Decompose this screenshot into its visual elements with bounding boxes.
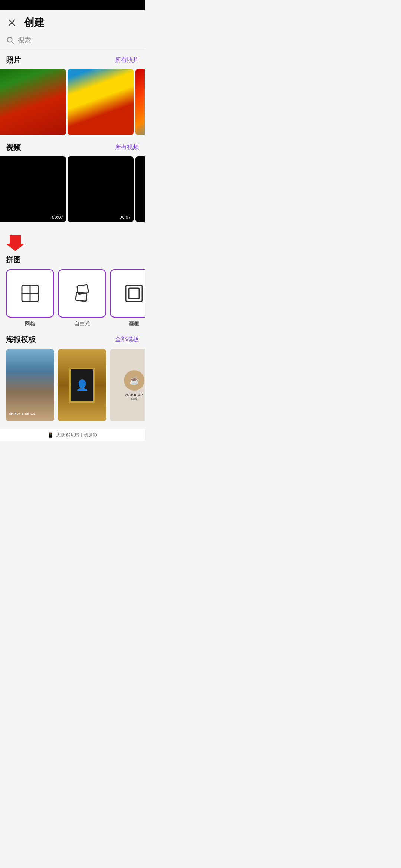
collage-free-label: 自由式 bbox=[74, 320, 90, 327]
video-duration: 00:07 bbox=[52, 215, 63, 220]
collage-frame-label: 画框 bbox=[129, 320, 139, 327]
all-videos-link[interactable]: 所有视频 bbox=[115, 144, 139, 151]
watermark-icon: 📱 bbox=[48, 432, 54, 438]
video-duration: 00:07 bbox=[120, 215, 131, 220]
poster-scroll: HELENA & JULIAN 👤 ☕ WAKE UPand FOR bbox=[0, 349, 145, 421]
svg-rect-11 bbox=[129, 288, 139, 299]
all-photos-link[interactable]: 所有照片 bbox=[115, 56, 139, 64]
poster-item[interactable]: ☕ WAKE UPand bbox=[110, 349, 145, 421]
search-icon bbox=[6, 36, 14, 44]
search-placeholder: 搜索 bbox=[18, 36, 31, 45]
poster-section-header: 海报模板 全部模板 bbox=[0, 335, 145, 345]
collage-grid-item: 网格 bbox=[6, 269, 54, 327]
poster-section: 海报模板 全部模板 HELENA & JULIAN 👤 ☕ WAKE UPand… bbox=[0, 335, 145, 421]
photo-scroll bbox=[0, 69, 145, 135]
collage-section-title: 拼图 bbox=[0, 252, 145, 269]
photos-section-header: 照片 所有照片 bbox=[0, 55, 145, 65]
photos-section: 照片 所有照片 bbox=[0, 55, 145, 135]
all-templates-link[interactable]: 全部模板 bbox=[115, 336, 139, 343]
watermark-text: 头条 @玩转手机摄影 bbox=[56, 432, 98, 438]
video-item[interactable]: 00:07 bbox=[68, 156, 134, 222]
videos-section-title: 视频 bbox=[6, 142, 21, 152]
status-bar bbox=[0, 0, 145, 10]
video-item[interactable]: 00:07 bbox=[135, 156, 145, 222]
poster-helena-julian-text: HELENA & JULIAN bbox=[9, 412, 51, 416]
videos-section: 视频 所有视频 00:07 00:07 00:07 00: bbox=[0, 142, 145, 222]
photos-section-title: 照片 bbox=[6, 55, 21, 65]
poster-coffee-icon: ☕ bbox=[124, 370, 144, 391]
arrow-section bbox=[0, 230, 145, 252]
photo-item[interactable] bbox=[68, 69, 134, 135]
poster-item[interactable]: 👤 bbox=[58, 349, 106, 421]
page-title: 创建 bbox=[24, 16, 45, 30]
video-scroll: 00:07 00:07 00:07 00: bbox=[0, 156, 145, 222]
collage-frame-button[interactable] bbox=[110, 269, 145, 318]
header: 创建 bbox=[0, 10, 145, 33]
video-item[interactable]: 00:07 bbox=[0, 156, 66, 222]
collage-scroll: 网格 自由式 画框 bbox=[0, 269, 145, 327]
poster-item[interactable]: HELENA & JULIAN bbox=[6, 349, 54, 421]
svg-line-3 bbox=[12, 42, 13, 43]
divider bbox=[0, 49, 145, 49]
svg-marker-4 bbox=[6, 235, 25, 251]
collage-grid-label: 网格 bbox=[25, 320, 35, 327]
search-bar[interactable]: 搜索 bbox=[0, 36, 145, 45]
free-style-icon bbox=[71, 282, 93, 305]
collage-grid-button[interactable] bbox=[6, 269, 54, 318]
videos-section-header: 视频 所有视频 bbox=[0, 142, 145, 152]
poster-section-title: 海报模板 bbox=[6, 335, 36, 345]
collage-frame-item: 画框 bbox=[110, 269, 145, 327]
watermark-bar: 📱 头条 @玩转手机摄影 bbox=[0, 429, 145, 441]
poster-frame-inner: 👤 bbox=[69, 368, 95, 403]
poster-wakeup-text: WAKE UPand bbox=[125, 393, 143, 400]
frame-icon bbox=[123, 282, 145, 305]
close-button[interactable] bbox=[6, 17, 18, 29]
collage-free-item: 自由式 bbox=[58, 269, 106, 327]
grid-icon bbox=[19, 282, 41, 305]
collage-free-button[interactable] bbox=[58, 269, 106, 318]
photo-item[interactable] bbox=[135, 69, 145, 135]
photo-item[interactable] bbox=[0, 69, 66, 135]
down-arrow-icon bbox=[6, 233, 25, 252]
collage-section: 拼图 网格 自由式 bbox=[0, 252, 145, 327]
